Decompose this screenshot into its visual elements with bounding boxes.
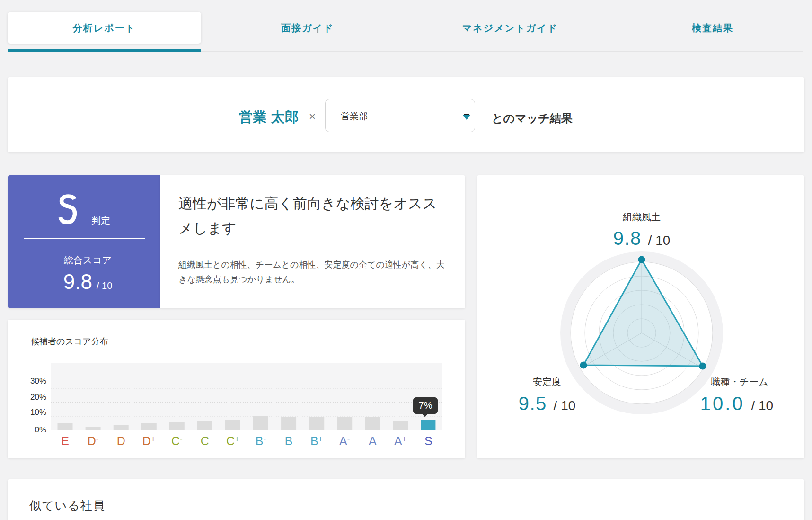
svg-text:10.0 / 10: 10.0 / 10 [700,393,773,414]
svg-text:安定度: 安定度 [533,377,561,387]
svg-text:職種・チーム: 職種・チーム [711,377,768,387]
svg-text:C+: C+ [226,434,239,448]
svg-text:C-: C- [171,434,183,448]
svg-text:A+: A+ [394,434,407,448]
svg-text:D+: D+ [142,434,156,448]
svg-text:7%: 7% [419,400,432,411]
svg-text:9.8 / 10: 9.8 / 10 [613,228,671,249]
svg-text:30%: 30% [30,377,46,386]
svg-text:B: B [285,434,293,448]
svg-text:C: C [201,434,209,448]
svg-text:A: A [369,434,377,448]
svg-text:D-: D- [88,434,99,448]
svg-text:10%: 10% [30,408,46,417]
svg-text:S: S [424,434,432,448]
svg-text:組織風土: 組織風土 [622,212,661,222]
svg-text:D: D [117,434,125,448]
svg-text:20%: 20% [30,393,46,402]
svg-text:E: E [61,434,69,448]
svg-text:0%: 0% [35,425,46,434]
svg-text:9.5 / 10: 9.5 / 10 [519,393,576,414]
svg-text:A-: A- [339,434,350,448]
svg-text:B+: B+ [310,434,323,448]
svg-text:B-: B- [256,434,266,448]
